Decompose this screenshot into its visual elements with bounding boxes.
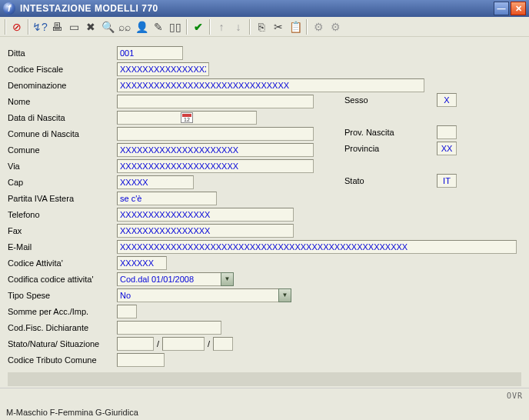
codice-attivita-input[interactable] — [117, 256, 167, 270]
email-input[interactable] — [117, 240, 517, 254]
data-nascita-input[interactable] — [117, 111, 257, 125]
label-email: E-Mail — [8, 242, 117, 252]
codifica-codice-value[interactable] — [117, 272, 221, 286]
somme-input[interactable] — [117, 305, 137, 318]
window-title: INTESTAZIONE MODELLI 770 — [20, 3, 492, 14]
paste-icon[interactable]: 📋 — [288, 19, 303, 35]
via-input[interactable] — [117, 159, 314, 173]
up-icon[interactable]: ↑ — [214, 19, 229, 35]
telefono-input[interactable] — [117, 208, 294, 222]
ditta-input[interactable] — [117, 46, 183, 60]
confirm-icon[interactable]: ✔ — [191, 19, 206, 35]
stato-input[interactable] — [437, 174, 457, 188]
dropdown-icon[interactable]: ▼ — [278, 288, 291, 302]
label-provnas: Prov. Nascita — [344, 128, 437, 137]
slash: / — [157, 339, 159, 348]
new-doc-icon[interactable]: ▭ — [66, 19, 82, 35]
cap-input[interactable] — [117, 175, 194, 189]
bottom-strip — [8, 372, 521, 386]
stato-field[interactable] — [117, 337, 154, 351]
label-tipospese: Tipo Spese — [8, 291, 117, 300]
link1-icon[interactable]: ⚙ — [311, 19, 326, 35]
overwrite-mode: OVR — [507, 392, 523, 400]
minimize-button[interactable]: — — [494, 2, 509, 15]
label-nome: Nome — [8, 97, 117, 106]
print-icon[interactable]: 🖶 — [49, 19, 65, 35]
app-icon: f — [3, 2, 15, 15]
codice-fiscale-input[interactable] — [117, 62, 209, 76]
denominazione-input[interactable] — [117, 78, 424, 92]
edit-icon[interactable]: ✎ — [151, 19, 166, 35]
label-piva: Partita IVA Estera — [8, 194, 117, 203]
form-area: Ditta Codice Fiscale Denominazione Nome … — [0, 37, 529, 420]
label-tel: Telefono — [8, 210, 117, 219]
comune-input[interactable] — [117, 143, 314, 157]
tipo-spese-value[interactable] — [117, 288, 278, 302]
sesso-input[interactable] — [437, 93, 457, 107]
label-codatt: Codice Attivita' — [8, 258, 117, 268]
prov-nascita-input[interactable] — [437, 125, 457, 139]
label-ditta: Ditta — [8, 48, 117, 58]
situazione-field[interactable] — [213, 337, 233, 351]
close-button[interactable]: ✕ — [511, 2, 526, 15]
cut-icon[interactable]: ✂ — [271, 19, 286, 35]
user-icon[interactable]: 👤 — [134, 19, 149, 35]
help-icon[interactable]: ↯? — [32, 19, 48, 35]
comune-nascita-input[interactable] — [117, 127, 314, 141]
statusbar: OVR — [0, 388, 529, 403]
cancel-icon[interactable]: ⊘ — [9, 19, 25, 35]
calendar-icon[interactable] — [181, 112, 193, 123]
dropdown-icon[interactable]: ▼ — [221, 272, 234, 286]
label-stnatsit: Stato/Natura/ Situazione — [8, 339, 117, 348]
zoom-icon[interactable]: 🔍 — [100, 19, 115, 35]
link2-icon[interactable]: ⚙ — [328, 19, 343, 35]
label-codtrib: Codice Tributo Comune — [8, 355, 117, 365]
tipo-spese-select[interactable]: ▼ — [117, 288, 291, 302]
find-icon[interactable]: ⌕⌕ — [117, 19, 132, 35]
book-icon[interactable]: ▯▯ — [168, 19, 183, 35]
delete-icon[interactable]: ✖ — [83, 19, 98, 35]
provincia-input[interactable] — [437, 142, 457, 155]
slash: / — [208, 339, 210, 348]
label-codfisc: Codice Fiscale — [8, 65, 117, 74]
label-fax: Fax — [8, 226, 117, 235]
toolbar: ⊘ ↯? 🖶 ▭ ✖ 🔍 ⌕⌕ 👤 ✎ ▯▯ ✔ ↑ ↓ ⎘ ✂ 📋 ⚙ ⚙ — [0, 17, 529, 37]
label-comnas: Comune di Nascita — [8, 129, 117, 138]
codifica-codice-select[interactable]: ▼ — [117, 272, 234, 286]
label-comune: Comune — [8, 145, 117, 155]
titlebar: f INTESTAZIONE MODELLI 770 — ✕ — [0, 0, 529, 17]
codice-tributo-input[interactable] — [117, 353, 165, 367]
label-sesso: Sesso — [344, 95, 437, 105]
label-codfiscd: Cod.Fisc. Dichiarante — [8, 323, 117, 332]
label-datan: Data di Nascita — [8, 113, 117, 122]
label-codattcod: Codifica codice attivita' — [8, 275, 117, 284]
fax-input[interactable] — [117, 224, 294, 238]
natura-field[interactable] — [162, 337, 205, 351]
piva-estera-input[interactable] — [117, 192, 217, 205]
label-somme: Somme per Acc./Imp. — [8, 307, 117, 316]
nome-input[interactable] — [117, 95, 314, 108]
label-cap: Cap — [8, 178, 117, 187]
label-stato: Stato — [344, 176, 437, 185]
label-provincia: Provincia — [344, 144, 437, 153]
label-denom: Denominazione — [8, 81, 117, 90]
copy-icon[interactable]: ⎘ — [254, 19, 269, 35]
footer-hint: M-Maschio F-Femmina G-Giuridica — [6, 408, 138, 417]
down-icon[interactable]: ↓ — [231, 19, 246, 35]
label-via: Via — [8, 162, 117, 171]
codfisc-dichiarante-input[interactable] — [117, 321, 221, 335]
